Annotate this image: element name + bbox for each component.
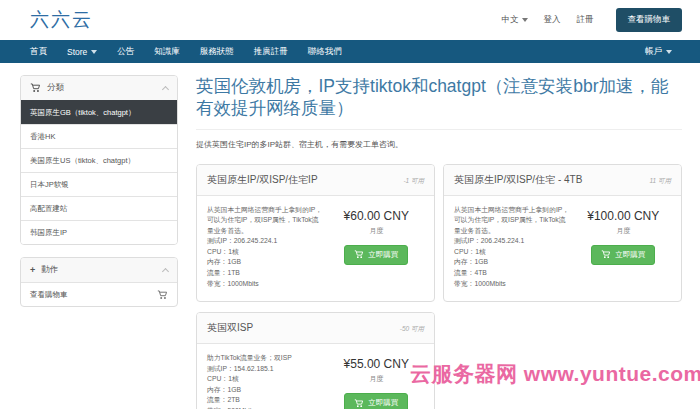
sidebar: 分類 英国原生GB（tiktok、chatgpt） 香港HK 美国原生US（ti…: [20, 75, 178, 409]
actions-panel-title: 動作: [41, 264, 58, 276]
sidebar-item-us-native[interactable]: 美国原生US（tiktok、chatgpt）: [21, 148, 177, 172]
nav-item-network-status[interactable]: 服務狀態: [190, 40, 244, 63]
product-price: ¥100.00 CNY: [576, 209, 671, 223]
register-link[interactable]: 註冊: [577, 14, 594, 26]
watermark: 云服务器网 www.yuntue.com: [410, 360, 700, 388]
billing-cycle: 月度: [576, 226, 671, 236]
chevron-down-icon: [522, 18, 528, 22]
categories-panel: 分類 英国原生GB（tiktok、chatgpt） 香港HK 美国原生US（ti…: [20, 75, 178, 245]
cart-icon: [354, 399, 364, 408]
availability-badge: -50 可用: [400, 325, 424, 334]
chevron-down-icon: [666, 50, 672, 54]
product-card-uk-native-4tb: 英国原生IP/双ISP/住宅 - 4TB 11 可用 从英国本土网络运营商手上拿…: [443, 164, 682, 302]
nav-item-affiliates[interactable]: 推廣註冊: [244, 40, 298, 63]
nav-item-store[interactable]: Store: [57, 40, 107, 63]
main-column: 英国伦敦机房，IP支持tiktok和chatgpt（注意安装bbr加速，能有效提…: [196, 75, 682, 409]
cart-icon: [157, 290, 168, 300]
availability-badge: -1 可用: [403, 177, 424, 186]
top-header: 六六云 中文 登入 註冊 查看購物車: [0, 0, 700, 40]
sidebar-view-cart-label: 查看購物車: [30, 290, 68, 300]
plus-icon: +: [30, 265, 35, 275]
main-navbar: 首頁 Store 公告 知識庫 服務狀態 推廣註冊 聯絡我們 帳戶: [0, 40, 700, 63]
content-area: 分類 英国原生GB（tiktok、chatgpt） 香港HK 美国原生US（ti…: [0, 63, 700, 409]
product-name: 英国原生IP/双ISP/住宅IP: [207, 173, 318, 187]
page: 六六云 中文 登入 註冊 查看購物車 首頁 Store 公告 知識庫 服務狀態 …: [0, 0, 700, 409]
categories-panel-title: 分類: [47, 82, 64, 94]
order-button[interactable]: 立即購買: [344, 393, 408, 409]
product-name: 英国双ISP: [207, 321, 253, 335]
chevron-down-icon: [91, 50, 97, 54]
sidebar-view-cart[interactable]: 查看購物車: [21, 282, 177, 306]
sidebar-item-korea-native[interactable]: 韩国原生IP: [21, 220, 177, 244]
cart-icon: [601, 250, 611, 259]
product-description: 从英国本土网络运营商手上拿到的IP，可以为住宅IP，双ISP属性，TikTok流…: [207, 205, 329, 289]
billing-cycle: 月度: [329, 226, 424, 236]
nav-item-home[interactable]: 首頁: [20, 40, 57, 63]
actions-panel: + 動作 查看購物車: [20, 257, 178, 307]
page-subtitle: 提供英国住宅IP的多IP站群、宿主机，有需要发工单咨询。: [196, 139, 682, 150]
view-cart-button[interactable]: 查看購物車: [616, 8, 683, 32]
order-button[interactable]: 立即購買: [344, 245, 408, 265]
top-right-links: 中文 登入 註冊 查看購物車: [502, 8, 683, 32]
cart-icon: [354, 250, 364, 259]
login-link[interactable]: 登入: [544, 14, 561, 26]
nav-item-knowledgebase[interactable]: 知識庫: [144, 40, 190, 63]
product-card-uk-dual-isp: 英国双ISP -50 可用 助力TikTok流量业务；双ISP 测试IP：154…: [196, 312, 435, 409]
sidebar-item-hongkong-hk[interactable]: 香港HK: [21, 124, 177, 148]
product-price: ¥60.00 CNY: [329, 209, 424, 223]
sidebar-item-uk-native-gb[interactable]: 英国原生GB（tiktok、chatgpt）: [21, 100, 177, 124]
site-logo[interactable]: 六六云: [30, 7, 93, 33]
product-description: 助力TikTok流量业务；双ISP 测试IP：154.62.185.1 CPU：…: [207, 353, 329, 409]
language-selector[interactable]: 中文: [502, 14, 528, 26]
product-name: 英国原生IP/双ISP/住宅 - 4TB: [454, 173, 582, 187]
product-description: 从英国本土网络运营商手上拿到的IP，可以为住宅IP，双ISP属性，TikTok流…: [454, 205, 576, 289]
cart-icon: [30, 83, 41, 93]
order-button[interactable]: 立即購買: [591, 245, 655, 265]
chevron-up-icon: [162, 85, 169, 92]
nav-item-contact[interactable]: 聯絡我們: [298, 40, 352, 63]
sidebar-item-japan-softbank[interactable]: 日本JP软银: [21, 172, 177, 196]
account-menu[interactable]: 帳戶: [635, 40, 682, 63]
availability-badge: 11 可用: [649, 177, 671, 186]
chevron-up-icon: [162, 267, 169, 274]
categories-panel-header[interactable]: 分類: [21, 76, 177, 100]
page-title: 英国伦敦机房，IP支持tiktok和chatgpt（注意安装bbr加速，能有效提…: [196, 75, 682, 130]
nav-item-announcements[interactable]: 公告: [107, 40, 144, 63]
product-card-uk-native-residential: 英国原生IP/双ISP/住宅IP -1 可用 从英国本土网络运营商手上拿到的IP…: [196, 164, 435, 302]
sidebar-item-high-config[interactable]: 高配置建站: [21, 196, 177, 220]
actions-panel-header[interactable]: + 動作: [21, 258, 177, 282]
language-label: 中文: [502, 14, 519, 26]
